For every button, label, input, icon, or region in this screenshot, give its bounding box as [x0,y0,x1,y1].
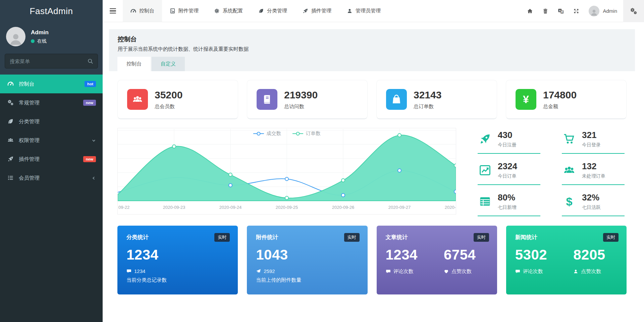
file-image-icon [170,8,175,14]
page-subtitle: 用于展示当前系统中的统计数据、统计报表及重要实时数据 [118,46,626,52]
tab-custom-pane[interactable]: 自定义 [152,57,185,71]
clear-cache-button[interactable] [538,0,553,22]
stat-row: 35200 总会员数 219390 总访问数 [117,80,627,119]
ministat-orders-today: 2324 今日订单 [478,161,540,185]
trash-icon [542,8,548,14]
tab-label: 系统配置 [223,8,243,14]
leaf-icon [258,8,264,14]
sidebar-item-user-manage[interactable]: 会员管理 [0,169,103,187]
tab-label: 分类管理 [267,8,287,14]
tab-label: 管理员管理 [356,8,381,14]
legend-item-deals[interactable]: 成交数 [253,130,281,137]
sidebar-item-dashboard[interactable]: 控制台 hot [0,75,103,93]
card-metric-label: 评论次数 [386,268,418,275]
book-icon [257,89,277,110]
sidebar-item-general[interactable]: 常规管理 new [0,93,103,112]
language-button[interactable]: Aa [553,0,569,22]
card-value: 1234 [126,247,229,263]
fullscreen-button[interactable] [569,0,584,22]
card-columns: 5302 评论次数 8205 点赞次数 [515,247,618,275]
send-icon [256,269,261,274]
yen-icon: ¥ [516,89,536,110]
stat-box-visits: 219390 总访问数 [247,80,368,119]
rocket-icon [303,8,308,14]
area-chart-canvas: 09-222020-09-232020-09-242020-09-252020-… [118,128,456,213]
sidebar-item-label: 分类管理 [19,118,96,125]
home-button[interactable] [522,0,538,22]
card-value: 6754 [444,247,476,263]
ministat-value: 132 [582,161,605,172]
sidebar-item-label: 插件管理 [19,156,83,163]
sidebar-item-category[interactable]: 分类管理 [0,112,103,131]
ministat-label: 今日登录 [582,142,601,148]
card-metric-label: 点赞次数 [573,268,605,275]
search-input[interactable] [5,54,98,68]
users-icon [127,89,148,110]
ministat-value: 321 [582,130,601,140]
attachment-stats-card: 附件统计 实时 1043 2592 当前上传的附件数量 [247,226,367,294]
tab-config[interactable]: 系统配置 [206,0,251,22]
stat-label: 总访问数 [284,103,318,110]
card-title: 文章统计 [386,234,488,241]
users-icon [562,164,577,176]
sidebar-item-auth[interactable]: 权限管理 [0,131,103,150]
legend-item-orders[interactable]: 订单数 [292,130,321,137]
card-desc: 当前上传的附件数量 [256,277,358,283]
tab-label: 插件管理 [311,8,331,14]
nav-tabs: 控制台 附件管理 系统配置 分类管理 插件管理 管理员管理 [123,0,388,22]
search-button[interactable] [87,57,95,65]
page-title: 控制台 [118,35,626,44]
sidebar: FastAdmin Admin 在线 控制台 [0,0,103,322]
sidebar-toggle-button[interactable] [103,0,123,22]
tab-addon[interactable]: 插件管理 [295,0,339,22]
rocket-icon [478,133,492,145]
page-header: 控制台 用于展示当前系统中的统计数据、统计报表及重要实时数据 [109,29,635,57]
tab-attachment[interactable]: 附件管理 [162,0,206,22]
comment-icon [126,269,131,274]
stat-box-orders: 32143 总订单数 [376,80,497,119]
tab-dashboard[interactable]: 控制台 [123,0,162,22]
dollar-icon: $ [562,196,577,207]
ministats-grid: 430 今日注册 321 今日登录 [468,128,627,216]
card-value: 5302 [515,247,547,263]
category-stats-card: 分类统计 实时 1234 1234 当前分类总记录数 [117,226,238,294]
middle-row: 成交数 订单数 09-222020-09-232020-09-242020-09… [117,128,627,216]
stat-value: 35200 [155,89,182,101]
ministat-label: 今日订单 [498,173,517,179]
stat-value: 32143 [414,89,441,101]
app-logo: FastAdmin [0,0,103,22]
online-status-dot [31,39,35,43]
navbar-user-menu[interactable]: Admin [584,6,623,16]
card-metric-label: 评论次数 [515,268,547,275]
shopping-bag-icon [386,89,407,110]
article-stats-card: 文章统计 实时 1234 评论次数 6754 [377,226,497,294]
orders-chart: 成交数 订单数 09-222020-09-232020-09-242020-09… [117,128,456,215]
sidebar-item-label: 常规管理 [19,99,83,106]
ministat-value: 80% [498,192,517,203]
hot-badge: hot [85,81,96,87]
navbar-right: Aa Admin [522,0,644,22]
card-title: 分类统计 [126,234,229,241]
stat-box-members: 35200 总会员数 [117,80,238,119]
table-icon [478,195,492,208]
card-subvalue: 1234 [126,268,229,274]
tab-category[interactable]: 分类管理 [251,0,295,22]
ministat-week-active: $ 32% 七日活跃 [562,192,625,216]
svg-text:2020-09-26: 2020-09-26 [332,205,355,210]
avatar [6,27,25,46]
tab-dashboard-pane[interactable]: 控制台 [117,57,151,71]
sidebar-item-addon[interactable]: 插件管理 new [0,150,103,169]
settings-button[interactable] [623,0,644,22]
online-status-label: 在线 [37,38,47,44]
new-badge: new [83,156,96,162]
content-wrapper: 控制台 用于展示当前系统中的统计数据、统计报表及重要实时数据 控制台 自定义 3… [109,29,635,304]
sidebar-item-label: 控制台 [19,81,85,88]
stat-label: 总会员数 [155,103,182,110]
ministat-week-new: 80% 七日新增 [478,192,540,216]
tab-admin[interactable]: 管理员管理 [339,0,388,22]
svg-text:2020-09-25: 2020-09-25 [276,205,298,210]
card-title: 附件统计 [256,234,358,241]
tab-label: 附件管理 [178,8,199,14]
main-area: 控制台 附件管理 系统配置 分类管理 插件管理 管理员管理 [103,0,644,322]
ministat-registered-today: 430 今日注册 [478,130,540,154]
